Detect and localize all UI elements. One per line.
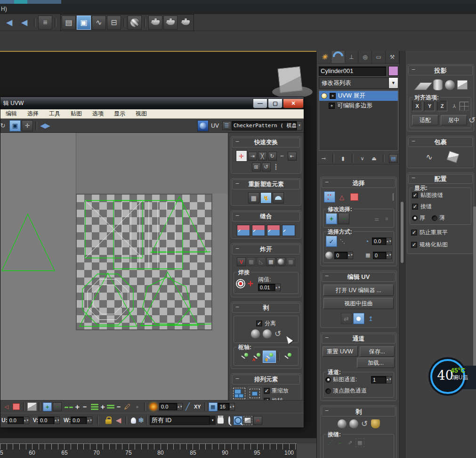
uv-octagon-triangle[interactable] <box>80 273 137 327</box>
graphite-ribbon-icon[interactable]: ▤ <box>62 16 76 30</box>
modifier-list-arrow[interactable]: ▼ <box>388 78 398 88</box>
rotate-ccw-icon[interactable]: ↺ <box>262 163 271 172</box>
grid-snap-icon[interactable]: ▦ <box>209 402 218 411</box>
lock-selection-icon[interactable] <box>105 419 112 424</box>
remove-modifier-icon[interactable]: ⏏ <box>370 154 379 163</box>
menu-display[interactable]: 显示 <box>109 110 130 118</box>
quick-peel-icon[interactable] <box>338 419 347 428</box>
grid-size-spinner[interactable]: ▲▼ <box>229 403 235 410</box>
loop-shrink-icon[interactable]: － <box>81 402 89 411</box>
grid-size-field[interactable]: 16 <box>218 403 229 410</box>
toolbar-arrow-icon-b[interactable]: ◀ <box>17 16 32 30</box>
viewcube-icon[interactable] <box>277 66 302 93</box>
maximize-button[interactable]: ▢ <box>268 98 282 108</box>
spherical-map-icon[interactable] <box>445 80 455 90</box>
menu-edit[interactable]: 编辑 <box>0 110 22 118</box>
rollout-header[interactable]: – 炸开 <box>232 245 300 254</box>
edit-seams-icon[interactable]: ⋰ <box>326 438 335 447</box>
curve-editor-icon[interactable]: ∿ <box>92 16 106 30</box>
expand-icon[interactable]: ＋ <box>329 103 335 109</box>
ring-grow-icon[interactable]: ＋ <box>99 402 106 411</box>
falloff-space-label[interactable]: XY <box>194 404 201 409</box>
rollout-header[interactable]: – 重新塑造元素 <box>232 180 300 189</box>
freeze-icon[interactable]: ❄ <box>138 416 144 425</box>
stitch-average-icon[interactable] <box>282 225 295 236</box>
grow-selection-icon[interactable]: ＋ <box>43 402 52 411</box>
falloff-spinner[interactable]: ▲▼ <box>177 403 183 410</box>
rendered-frame-icon[interactable] <box>163 16 177 30</box>
edge-to-seam-icon[interactable]: ⇗ <box>346 438 355 447</box>
map-channel-radio[interactable] <box>325 377 331 383</box>
uv-heptagon-triangle[interactable] <box>141 272 198 326</box>
align-z-button[interactable]: Z <box>437 101 447 111</box>
planar-angle-icon[interactable]: ◔ <box>363 237 371 246</box>
stack-row-editable-poly[interactable]: ＋ 可编辑多边形 <box>319 101 398 111</box>
align-horizontal-icon[interactable]: ⇥ <box>248 152 257 161</box>
center-button[interactable]: 居中 <box>441 115 467 125</box>
tab-display[interactable]: ▭ <box>372 51 386 63</box>
panel-right-scrollbar[interactable] <box>473 206 476 371</box>
pin-tool-icon[interactable] <box>238 351 250 362</box>
loop-icon[interactable]: ⚌ <box>372 214 381 223</box>
map-channel-spinner[interactable]: ▲▼ <box>386 376 392 384</box>
unpin-tool-icon[interactable]: ✕ <box>250 351 263 362</box>
vertex-subobject-icon[interactable]: ▪ ▪▪ <box>324 191 335 203</box>
options-list-icon[interactable]: ☰ <box>222 121 231 130</box>
rollout-header[interactable]: – 选择 <box>322 178 395 188</box>
best-align-icon[interactable] <box>459 101 469 111</box>
reset-projection-icon[interactable]: ↺ <box>468 116 476 125</box>
rollout-header[interactable]: – 通道 <box>322 334 395 344</box>
pattern-dropdown[interactable]: CheckerPattern ( 棋盘 <box>232 121 297 131</box>
uv-top-triangle[interactable] <box>152 197 207 252</box>
freeform-tool-icon[interactable]: ✛ <box>22 120 33 131</box>
v-spinner[interactable]: ▲▼ <box>54 417 60 424</box>
explode-angle-icon[interactable]: ◺ <box>257 257 266 266</box>
toolbar-arrow-icon-a[interactable]: ◀ <box>2 16 16 30</box>
rollout-header[interactable]: – 快速变换 <box>232 138 300 147</box>
pack-normalize-icon[interactable] <box>233 388 245 399</box>
relax-fast-icon[interactable]: ↯ <box>260 192 272 204</box>
open-uv-editor-button[interactable]: 打开 UV 编辑器 ... <box>323 285 394 296</box>
element-subobject-icon[interactable] <box>393 194 394 200</box>
rollout-header[interactable]: – 缝合 <box>232 212 300 221</box>
zoom-region-icon[interactable] <box>234 416 242 425</box>
menu-tools[interactable]: 工具 <box>44 110 65 118</box>
element-mode-icon[interactable] <box>27 402 36 411</box>
reset-peel-icon[interactable]: ↺ <box>274 329 282 338</box>
target-weld-icon[interactable] <box>236 279 245 288</box>
surface-wrap-icon[interactable] <box>446 151 459 163</box>
timeline-ruler[interactable] <box>0 443 297 450</box>
polygon-subobject-icon[interactable] <box>348 191 360 203</box>
select-by-smoothing-icon[interactable] <box>325 252 333 259</box>
convert-seams-icon[interactable]: ▦ <box>355 438 364 447</box>
vertex-color-radio[interactable] <box>325 388 331 394</box>
id-filter-arrow[interactable]: ▼ <box>210 416 216 425</box>
chain-vertical-icon[interactable]: ┋ <box>272 163 281 172</box>
falloff-curve-icon[interactable]: ╱ <box>183 402 192 411</box>
uv-heptagon[interactable] <box>143 278 191 324</box>
save-button[interactable]: 保存... <box>360 346 395 357</box>
w-field[interactable]: 0.0 <box>71 417 87 424</box>
menu-mapping[interactable]: 贴图 <box>65 110 87 118</box>
uv-transform-icon[interactable]: ⇄ <box>341 313 352 324</box>
planar-map-icon[interactable] <box>414 82 432 90</box>
menu-options[interactable]: 选项 <box>87 110 109 118</box>
falloff-field[interactable]: 0.0 <box>159 403 177 410</box>
relax-grid-icon[interactable]: ▦ <box>248 192 259 204</box>
mirror-tool-icon[interactable]: ◀▶ <box>40 120 51 131</box>
auto-pin-icon[interactable]: ↯ <box>263 351 276 363</box>
uv-canvas[interactable] <box>0 133 228 400</box>
object-name-field[interactable]: Cylinder001 <box>319 66 386 76</box>
tab-utilities[interactable]: ⚒ <box>386 51 399 63</box>
load-button[interactable]: 加载... <box>357 358 395 368</box>
planar-angle-spinner[interactable]: ▲▼ <box>386 237 392 245</box>
quick-peel-icon[interactable] <box>251 329 260 338</box>
map-channel-field[interactable]: 1 <box>371 376 386 384</box>
stack-row-uvw-unwrap[interactable]: ＋ UVW 展开 <box>319 91 398 101</box>
smoothing-group-spinner[interactable]: ▲▼ <box>347 252 353 259</box>
cylindrical-map-icon[interactable] <box>433 79 443 90</box>
seams-checkbox[interactable]: ✓ <box>412 204 418 210</box>
point-seams-icon[interactable]: ⌐ <box>336 438 345 447</box>
tab-create[interactable]: ✳ <box>318 51 331 63</box>
face-mode-icon[interactable] <box>12 402 21 411</box>
